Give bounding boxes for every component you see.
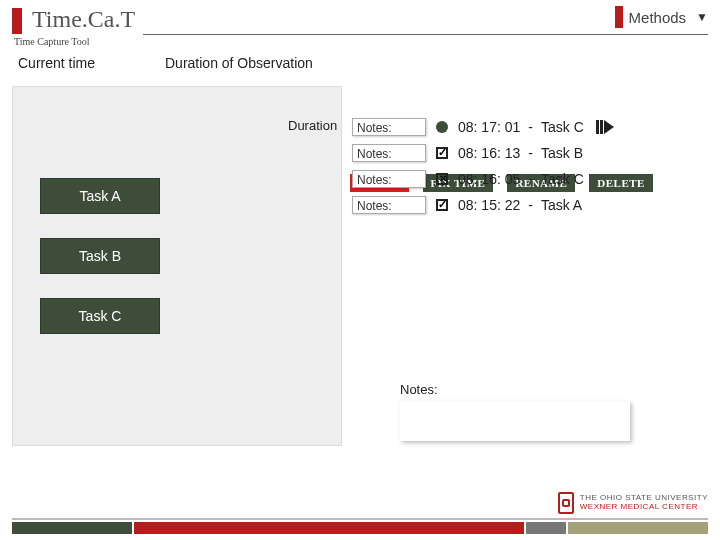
log-time: 08: 16: 05 (458, 171, 520, 187)
methods-dropdown[interactable]: Methods ▼ (607, 6, 708, 28)
status-x-icon (434, 171, 450, 187)
log-dash: - (528, 145, 533, 161)
app-root: Time.Ca.T Time Capture Tool Methods ▼ Cu… (0, 0, 720, 540)
log-row[interactable]: Notes: 08: 16: 13 - Task B (352, 140, 708, 166)
methods-label: Methods (629, 9, 687, 26)
footer-color-stripe (12, 522, 708, 534)
app-title: Time.Ca.T (32, 6, 135, 33)
log-time: 08: 16: 13 (458, 145, 520, 161)
notes-input[interactable]: Notes: (352, 144, 426, 162)
task-button-a[interactable]: Task A (40, 178, 160, 214)
log-row[interactable]: Notes: 08: 17: 01 - Task C (352, 114, 708, 140)
stripe-red (134, 522, 524, 534)
play-pause-icon[interactable] (596, 120, 614, 134)
main-area: STOP FIX TIME RENAME DELETE Task A Task … (0, 82, 720, 470)
stripe-olive (12, 522, 132, 534)
footer: THE OHIO STATE UNIVERSITY WEXNER MEDICAL… (12, 478, 708, 534)
log-list: Notes: 08: 17: 01 - Task C Notes: 08: 16… (352, 114, 708, 218)
svg-marker-2 (604, 120, 614, 134)
footer-logo: THE OHIO STATE UNIVERSITY WEXNER MEDICAL… (558, 492, 708, 514)
stripe-grey (526, 522, 566, 534)
log-task: Task C (541, 171, 584, 187)
footer-org-text: THE OHIO STATE UNIVERSITY WEXNER MEDICAL… (580, 494, 708, 512)
log-task: Task A (541, 197, 582, 213)
duration-column-label: Duration (288, 118, 337, 133)
title-block: Time.Ca.T Time Capture Tool (12, 6, 143, 47)
status-check-icon (434, 145, 450, 161)
duration-of-observation-label: Duration of Observation (165, 55, 313, 71)
status-running-icon (434, 119, 450, 135)
log-row[interactable]: Notes: 08: 15: 22 - Task A (352, 192, 708, 218)
log-dash: - (528, 197, 533, 213)
notes-textarea[interactable] (400, 401, 630, 441)
task-button-b[interactable]: Task B (40, 238, 160, 274)
task-button-c[interactable]: Task C (40, 298, 160, 334)
notes-input[interactable]: Notes: (352, 118, 426, 136)
methods-accent-bar (615, 6, 623, 28)
svg-rect-0 (596, 120, 599, 134)
app-subtitle: Time Capture Tool (14, 36, 135, 47)
log-task: Task B (541, 145, 583, 161)
labels-row: Current time Duration of Observation (0, 55, 720, 77)
notes-input[interactable]: Notes: (352, 170, 426, 188)
task-buttons-column: Task A Task B Task C (40, 178, 160, 334)
log-time: 08: 15: 22 (458, 197, 520, 213)
log-row[interactable]: Notes: 08: 16: 05 - Task C (352, 166, 708, 192)
svg-rect-1 (600, 120, 603, 134)
log-time: 08: 17: 01 (458, 119, 520, 135)
log-task: Task C (541, 119, 584, 135)
notes-input[interactable]: Notes: (352, 196, 426, 214)
header: Time.Ca.T Time Capture Tool Methods ▼ (0, 0, 720, 55)
chevron-down-icon: ▼ (696, 10, 708, 25)
ohio-state-shield-icon (558, 492, 574, 514)
footer-rule (12, 518, 708, 520)
current-time-label: Current time (18, 55, 95, 71)
title-accent-bar (12, 8, 22, 34)
notes-label: Notes: (400, 382, 630, 397)
status-check-icon (434, 197, 450, 213)
stripe-khaki (568, 522, 708, 534)
notes-panel: Notes: (400, 382, 630, 441)
footer-org-line2: WEXNER MEDICAL CENTER (580, 503, 708, 512)
log-dash: - (528, 119, 533, 135)
log-dash: - (528, 171, 533, 187)
